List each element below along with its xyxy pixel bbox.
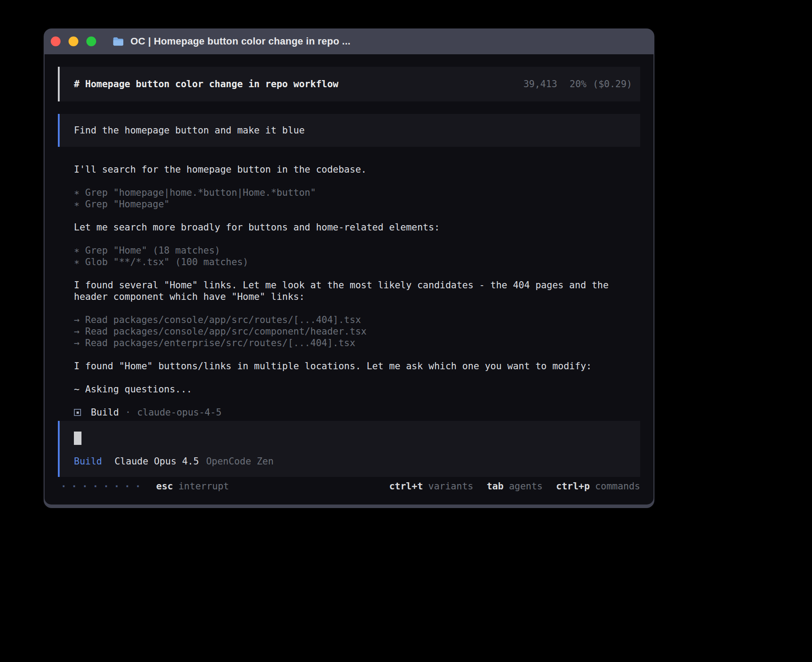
user-message-text: Find the homepage button and make it blu… bbox=[74, 125, 304, 136]
assistant-message: I'll search for the homepage button in t… bbox=[74, 164, 640, 175]
transcript: I'll search for the homepage button in t… bbox=[74, 164, 640, 418]
tool-call-group: → Read packages/console/app/src/routes/[… bbox=[74, 314, 640, 349]
token-count: 39,413 bbox=[524, 78, 557, 90]
minimize-button[interactable] bbox=[69, 36, 78, 46]
ctrl-t-key: ctrl+t bbox=[389, 480, 423, 492]
terminal-content: # Homepage button color change in repo w… bbox=[45, 54, 654, 505]
statusbar-left: ········ esc interrupt bbox=[61, 480, 229, 492]
user-message: Find the homepage button and make it blu… bbox=[58, 114, 640, 147]
terminal-window: OC | Homepage button color change in rep… bbox=[44, 28, 654, 508]
statusbar-right: ctrl+t variants tab agents ctrl+p comman… bbox=[389, 480, 640, 492]
folder-icon bbox=[112, 36, 124, 46]
tool-call-read: → Read packages/enterprise/src/routes/[.… bbox=[74, 337, 640, 349]
statusbar: ········ esc interrupt ctrl+t variants t… bbox=[58, 477, 640, 505]
session-title: # Homepage button color change in repo w… bbox=[74, 78, 338, 90]
tool-call-grep: ∗ Grep "homepage|home.*button|Home.*butt… bbox=[74, 187, 640, 198]
tab-key: tab bbox=[487, 480, 503, 492]
tool-call-grep: ∗ Grep "Homepage" bbox=[74, 198, 640, 210]
agent-model: claude-opus-4-5 bbox=[137, 407, 222, 418]
prompt-input[interactable]: Build Claude Opus 4.5 OpenCode Zen bbox=[58, 421, 640, 477]
ctrl-p-key: ctrl+p bbox=[556, 480, 590, 492]
agent-mode-label: Build bbox=[74, 456, 102, 467]
context-percent: 20% bbox=[570, 78, 587, 90]
close-button[interactable] bbox=[51, 36, 61, 46]
traffic-lights bbox=[51, 36, 96, 46]
shortcut-variants: ctrl+t variants bbox=[389, 480, 473, 492]
assistant-message: Let me search more broadly for buttons a… bbox=[74, 222, 640, 233]
tool-call-group: ∗ Grep "Home" (18 matches) ∗ Glob "**/*.… bbox=[74, 245, 640, 268]
agent-name: Build bbox=[91, 407, 119, 418]
shortcut-agents: tab agents bbox=[487, 480, 543, 492]
variants-label: variants bbox=[428, 480, 473, 492]
asking-questions-status: ~ Asking questions... bbox=[74, 383, 640, 395]
activity-dots: ········ bbox=[61, 480, 146, 492]
titlebar[interactable]: OC | Homepage button color change in rep… bbox=[44, 28, 654, 54]
window-title: OC | Homepage button color change in rep… bbox=[130, 36, 350, 47]
session-cost: ($0.29) bbox=[593, 78, 632, 90]
tool-call-read: → Read packages/console/app/src/routes/[… bbox=[74, 314, 640, 326]
agents-label: agents bbox=[509, 480, 543, 492]
tool-call-glob: ∗ Glob "**/*.tsx" (100 matches) bbox=[74, 256, 640, 268]
tool-call-grep: ∗ Grep "Home" (18 matches) bbox=[74, 245, 640, 256]
tool-call-read: → Read packages/console/app/src/componen… bbox=[74, 326, 640, 337]
session-header: # Homepage button color change in repo w… bbox=[58, 67, 640, 101]
esc-label: interrupt bbox=[179, 480, 229, 492]
assistant-message: I found "Home" buttons/links in multiple… bbox=[74, 360, 640, 372]
shortcut-commands: ctrl+p commands bbox=[556, 480, 640, 492]
zoom-button[interactable] bbox=[86, 36, 96, 46]
session-stats: 39,413 20% ($0.29) bbox=[524, 78, 632, 90]
commands-label: commands bbox=[595, 480, 640, 492]
model-label: Claude Opus 4.5 bbox=[114, 456, 199, 467]
agent-separator: · bbox=[125, 407, 131, 418]
esc-key: esc bbox=[156, 480, 173, 492]
agent-badge: Build · claude-opus-4-5 bbox=[74, 407, 640, 418]
assistant-message: I found several "Home" links. Let me loo… bbox=[74, 279, 640, 303]
provider-label: OpenCode Zen bbox=[206, 456, 274, 467]
build-agent-icon bbox=[74, 409, 81, 416]
input-status-row: Build Claude Opus 4.5 OpenCode Zen bbox=[74, 456, 629, 467]
tool-call-group: ∗ Grep "homepage|home.*button|Home.*butt… bbox=[74, 187, 640, 210]
text-cursor bbox=[74, 432, 81, 445]
